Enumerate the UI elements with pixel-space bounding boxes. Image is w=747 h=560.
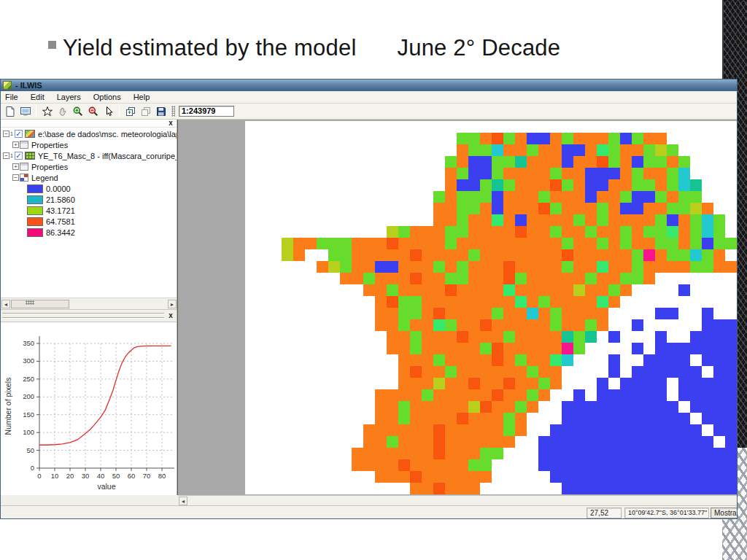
properties-icon xyxy=(20,141,28,149)
svg-text:10: 10 xyxy=(51,472,59,480)
status-pixel-value: 27,52 xyxy=(587,508,622,518)
legend-value: 86.3442 xyxy=(46,228,75,237)
legend-value: 43.1721 xyxy=(46,206,75,215)
map-horizontal-scrollbar[interactable]: ◄ xyxy=(178,495,738,505)
svg-text:70: 70 xyxy=(143,472,151,480)
legend-swatch-magenta xyxy=(27,228,43,237)
menu-file[interactable]: File xyxy=(5,93,18,101)
pointer-icon[interactable] xyxy=(101,104,115,118)
save-icon[interactable] xyxy=(154,104,168,118)
panel-splitter[interactable]: x xyxy=(1,309,177,322)
scroll-right-icon[interactable]: ► xyxy=(168,300,177,308)
expand-icon[interactable]: + xyxy=(12,141,19,148)
legend-swatch-orange xyxy=(27,217,43,226)
slide: Yield estimated by the modelJune 2° Deca… xyxy=(0,0,747,560)
layer2-label[interactable]: YE_T6_Masc_8 - iff(Mascara_coruripe_SM_8… xyxy=(38,152,177,160)
legend-value: 64.7581 xyxy=(46,217,75,226)
panel-header: x xyxy=(1,120,177,128)
ilwis-app-icon xyxy=(3,81,12,90)
window-title: - ILWIS xyxy=(15,81,42,90)
legend-label[interactable]: Legend xyxy=(31,174,58,182)
svg-text:60: 60 xyxy=(128,472,136,480)
pan-hand-icon[interactable] xyxy=(55,104,69,118)
close-icon[interactable]: x xyxy=(167,120,174,127)
layer1-checkbox[interactable]: ✓ xyxy=(15,130,23,138)
expander-superscript: 1 xyxy=(10,131,13,136)
expand-icon[interactable]: + xyxy=(12,163,19,170)
properties2-label[interactable]: Properties xyxy=(31,163,68,171)
toolbar-separator xyxy=(119,106,120,117)
svg-text:0: 0 xyxy=(37,472,41,480)
svg-text:100: 100 xyxy=(23,428,34,436)
menu-help[interactable]: Help xyxy=(133,93,150,101)
svg-text:300: 300 xyxy=(23,357,34,365)
open-map-window-icon[interactable] xyxy=(18,104,32,118)
polygon-map-icon xyxy=(25,130,35,138)
zoom-out-icon[interactable] xyxy=(86,104,100,118)
svg-text:30: 30 xyxy=(82,472,90,480)
svg-text:150: 150 xyxy=(23,411,34,419)
zoom-in-icon[interactable] xyxy=(71,104,85,118)
splitter-groove xyxy=(2,317,164,319)
legend-swatch-teal xyxy=(27,195,43,204)
close-icon[interactable]: x xyxy=(167,312,174,319)
scrollbar-thumb[interactable] xyxy=(11,300,69,308)
histogram-chart: 01020304050607080050100150200250300350va… xyxy=(1,323,177,495)
legend-swatch-blue xyxy=(27,184,43,193)
tree-item-properties1[interactable]: + Properties xyxy=(1,139,177,150)
tree-item-layer2[interactable]: −1 ✓ YE_T6_Masc_8 - iff(Mascara_coruripe… xyxy=(1,150,177,161)
layer1-label[interactable]: e:\base de dados\msc. meteorologia\lapis… xyxy=(38,130,177,139)
bullet-icon xyxy=(48,41,56,49)
histogram-panel: 01020304050607080050100150200250300350va… xyxy=(1,323,177,495)
tree-item-properties2[interactable]: + Properties xyxy=(1,161,177,172)
scroll-left-icon[interactable]: ◄ xyxy=(1,300,10,308)
svg-text:0: 0 xyxy=(31,464,34,472)
legend-entry: 64.7581 xyxy=(1,216,177,227)
menu-edit[interactable]: Edit xyxy=(31,93,44,101)
menu-layers[interactable]: Layers xyxy=(57,93,81,101)
scroll-left-icon[interactable]: ◄ xyxy=(179,497,187,505)
title-bar[interactable]: - ILWIS xyxy=(1,79,737,91)
properties1-label[interactable]: Properties xyxy=(31,141,68,149)
svg-text:80: 80 xyxy=(158,472,166,480)
legend-value: 21.5860 xyxy=(46,195,75,204)
select-star-icon[interactable] xyxy=(40,104,54,118)
legend-entry: 43.1721 xyxy=(1,205,177,216)
legend-swatch-green xyxy=(27,206,43,215)
svg-text:50: 50 xyxy=(112,472,120,480)
map-window xyxy=(177,120,738,495)
raster-map-icon xyxy=(25,152,35,160)
status-coordinates: 10°09'42.7"S, 36°01'33.77" xyxy=(624,508,709,518)
properties-icon xyxy=(20,163,28,171)
toolbar-drag-handle[interactable] xyxy=(171,106,175,117)
legend-icon xyxy=(20,174,28,182)
tree-horizontal-scrollbar[interactable]: ◄ ► xyxy=(1,298,177,309)
toolbar: 1:243979 xyxy=(1,104,737,120)
slide-title: Yield estimated by the modelJune 2° Deca… xyxy=(48,35,560,61)
raster-map-canvas[interactable] xyxy=(247,121,737,494)
raster-background xyxy=(245,121,738,494)
layer2-checkbox[interactable]: ✓ xyxy=(15,152,23,160)
copy-layer-icon[interactable] xyxy=(123,104,137,118)
collapse-icon[interactable]: − xyxy=(3,131,9,137)
copy-layer-disabled-icon xyxy=(139,104,152,118)
tree-item-layer1[interactable]: −1 ✓ e:\base de dados\msc. meteorologia\… xyxy=(1,128,177,139)
legend-entry: 21.5860 xyxy=(1,194,177,205)
mostra-button[interactable]: Mostra xyxy=(711,508,738,518)
collapse-icon[interactable]: − xyxy=(3,152,9,159)
scale-input[interactable]: 1:243979 xyxy=(179,106,234,117)
new-document-icon[interactable] xyxy=(3,104,17,118)
menu-options[interactable]: Options xyxy=(93,93,121,101)
toolbar-separator xyxy=(36,106,36,117)
svg-text:350: 350 xyxy=(23,339,34,347)
splitter-groove xyxy=(2,313,164,314)
legend-entry: 0.0000 xyxy=(1,183,177,194)
svg-text:200: 200 xyxy=(23,392,34,400)
collapse-icon[interactable]: − xyxy=(12,174,19,181)
layer-tree: −1 ✓ e:\base de dados\msc. meteorologia\… xyxy=(1,128,177,298)
svg-text:40: 40 xyxy=(97,472,105,480)
tree-item-legend[interactable]: − Legend xyxy=(1,172,177,183)
menu-bar: File Edit Layers Options Help xyxy=(1,91,737,104)
slide-title-date: June 2° Decade xyxy=(398,35,561,61)
svg-text:250: 250 xyxy=(23,375,34,383)
